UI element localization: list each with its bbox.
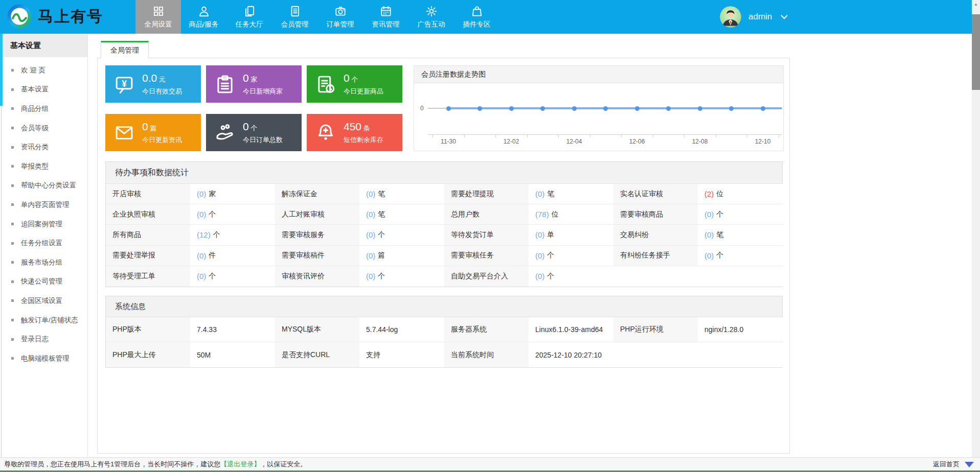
stat-card[interactable]: 0 篇今日更新资讯 xyxy=(105,114,201,151)
back-home-link[interactable]: 返回首页 xyxy=(933,458,960,471)
nav-item-person[interactable]: 商品/服务 xyxy=(181,0,226,34)
sidebar-item[interactable]: 资讯分类 xyxy=(0,137,87,157)
bullet-icon xyxy=(11,107,14,110)
stat-value-number: 0.0 xyxy=(142,72,157,84)
stat-card-value: 450 条 xyxy=(344,121,383,134)
tab-global-manage[interactable]: 全局管理 xyxy=(101,41,149,58)
sidebar-item[interactable]: 追回案例管理 xyxy=(0,215,87,234)
todo-count: (12) xyxy=(197,230,211,239)
stat-card-text: 0.0 元今日有效交易 xyxy=(142,72,182,96)
x-axis-tick-label: 12-08 xyxy=(685,138,715,145)
todo-item-label: 有纠纷任务接手 xyxy=(613,246,698,266)
scroll-up-arrow-icon[interactable]: ▲ xyxy=(974,2,978,7)
x-axis-tick-label: 12-06 xyxy=(622,138,652,145)
todo-count: (0) xyxy=(197,210,206,219)
sidebar-scrollbar-thumb[interactable] xyxy=(0,34,3,106)
stat-card[interactable]: ¥0.0 元今日有效交易 xyxy=(105,65,201,103)
sidebar-item[interactable]: 服务市场分组 xyxy=(0,253,87,272)
todo-item-value: (0)件 xyxy=(190,246,275,266)
stat-card-text: 0 家今日新增商家 xyxy=(243,72,283,96)
sidebar-item-label: 快递公司管理 xyxy=(21,277,62,286)
sidebar-item[interactable]: 任务分组设置 xyxy=(0,233,87,253)
x-axis-tick xyxy=(527,134,528,137)
brand-logo[interactable]: 马上有号 xyxy=(7,4,103,29)
sidebar-item[interactable]: 帮助中心分类设置 xyxy=(0,176,87,196)
gear-icon xyxy=(425,5,438,18)
todo-count: (0) xyxy=(197,251,206,260)
nav-item-pages[interactable]: 任务大厅 xyxy=(226,0,272,34)
nav-item-gear[interactable]: 广告互动 xyxy=(408,0,454,34)
bullet-icon xyxy=(11,242,14,245)
sidebar-item[interactable]: 电脑端模板管理 xyxy=(0,349,87,368)
sidebar-menu: 欢 迎 页基本设置商品分组会员等级资讯分类举报类型帮助中心分类设置单内容页面管理… xyxy=(0,57,87,368)
blue-dropdown-arrow-icon[interactable] xyxy=(965,462,974,467)
todo-unit: 笔 xyxy=(716,230,723,240)
x-axis-tick-label: 12-04 xyxy=(559,138,589,145)
system-empty-cell xyxy=(698,342,783,367)
calendar-icon xyxy=(379,5,393,18)
sidebar-item-label: 电脑端模板管理 xyxy=(21,354,70,363)
stat-card-value: 0 个 xyxy=(243,121,283,134)
bullet-icon xyxy=(11,338,14,341)
todo-item-value: (0)个 xyxy=(190,266,275,287)
stat-card[interactable]: 0 个今日更新商品 xyxy=(307,65,402,103)
stat-value-number: 0 xyxy=(243,72,249,84)
sidebar-item[interactable]: 全国区域设置 xyxy=(0,291,87,311)
stat-card-label: 今日有效交易 xyxy=(142,87,182,96)
sidebar-item[interactable]: 快递公司管理 xyxy=(0,272,87,292)
system-value-text: 7.4.33 xyxy=(197,325,217,334)
nav-item-label: 插件专区 xyxy=(463,20,491,29)
todo-item-label: 审核资讯评价 xyxy=(275,266,359,287)
nav-item-bag[interactable]: 插件专区 xyxy=(454,0,499,34)
sidebar-item[interactable]: 会员等级 xyxy=(0,119,87,138)
todo-unit: 个 xyxy=(547,272,554,281)
footer-message-prefix: 尊敬的管理员，您正在使用马上有号1管理后台，当长时间不操作，建议您 xyxy=(4,460,220,468)
member-register-chart-panel: 会员注册数据走势图 0 11-3012-0212-0412-0612-0812-… xyxy=(414,65,784,151)
sidebar-item-label: 登录日志 xyxy=(21,335,49,344)
todo-item-value: (0)家 xyxy=(190,184,275,204)
nav-item-grid[interactable]: 全局设置 xyxy=(135,0,181,34)
stat-card[interactable]: 0 家今日新增商家 xyxy=(206,65,302,103)
todo-row: 所有商品(12)个需要审核服务(0)个等待发货订单(0)单交易纠纷(0)笔 xyxy=(106,225,782,245)
todo-empty-cell xyxy=(698,266,783,287)
todo-row: 开店审核(0)家解冻保证金(0)笔需要处理提现(0)笔实名认证审核(2)位 xyxy=(106,184,782,204)
top-nav: 全局设置商品/服务任务大厅会员管理订单管理资讯管理广告互动插件专区 xyxy=(135,0,499,34)
sidebar-item[interactable]: 举报类型 xyxy=(0,157,87,176)
bullet-icon xyxy=(11,184,14,187)
todo-unit: 个 xyxy=(213,230,220,240)
todo-item-value: (12)个 xyxy=(190,225,275,245)
x-axis-tick xyxy=(684,134,685,137)
todo-count: (0) xyxy=(535,190,544,198)
bullet-icon xyxy=(11,319,14,321)
bullet-icon xyxy=(11,299,14,302)
sidebar-item[interactable]: 单内容页面管理 xyxy=(0,195,87,215)
nav-item-calendar[interactable]: 资讯管理 xyxy=(363,0,408,34)
sidebar-item[interactable]: 欢 迎 页 xyxy=(0,61,87,80)
page-scrollbar[interactable]: ▲ xyxy=(972,0,980,472)
todo-item-label: 交易纠纷 xyxy=(613,225,698,245)
nav-item-list-doc[interactable]: 会员管理 xyxy=(272,0,317,34)
stat-card[interactable]: 450 条短信剩余库存 xyxy=(307,114,402,151)
nav-item-camera[interactable]: 订单管理 xyxy=(317,0,363,34)
stat-value-number: 0 xyxy=(243,121,249,132)
pages-icon xyxy=(243,5,256,18)
sidebar-item[interactable]: 触发订单/店铺状态 xyxy=(0,311,87,330)
sidebar-item[interactable]: 登录日志 xyxy=(0,329,87,349)
sidebar-item[interactable]: 商品分组 xyxy=(0,99,87,119)
todo-count: (0) xyxy=(704,230,714,239)
stat-card[interactable]: 0 个今日订单总数 xyxy=(206,114,302,151)
chart-data-point xyxy=(477,106,482,111)
logout-link[interactable]: 【退出登录】 xyxy=(220,460,260,468)
user-menu[interactable]: admin xyxy=(720,0,789,34)
system-info-section: 系统信息 PHP版本7.4.33MYSQL版本5.7.44-log服务器系统Li… xyxy=(105,296,783,368)
sidebar-item-label: 追回案例管理 xyxy=(21,220,62,229)
todo-count: (0) xyxy=(704,251,714,260)
sidebar-item[interactable]: 基本设置 xyxy=(0,80,87,100)
footer-bar: 尊敬的管理员，您正在使用马上有号1管理后台，当长时间不操作，建议您【退出登录】，… xyxy=(0,457,980,472)
stat-value-number: 0 xyxy=(344,72,350,84)
bullet-icon xyxy=(11,357,14,360)
x-axis-tick xyxy=(590,134,590,137)
stat-card-text: 0 篇今日更新资讯 xyxy=(142,121,182,145)
page-scrollbar-thumb[interactable] xyxy=(972,14,980,90)
todo-unit: 个 xyxy=(547,251,554,260)
